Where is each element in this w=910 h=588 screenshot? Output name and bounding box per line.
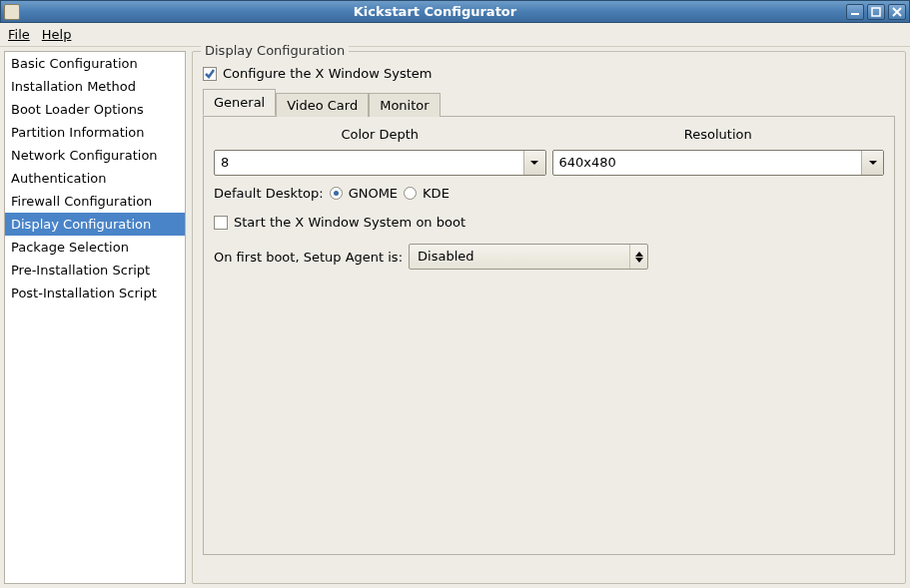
start-on-boot-checkbox[interactable] (214, 216, 228, 230)
tabbar: General Video Card Monitor (203, 89, 895, 116)
resolution-dropdown-button[interactable] (861, 151, 883, 175)
window-controls (846, 4, 906, 20)
color-depth-value: 8 (215, 151, 523, 175)
sidebar-item-installation-method[interactable]: Installation Method (5, 75, 185, 98)
notebook: General Video Card Monitor Color Depth R… (203, 89, 895, 555)
tab-monitor[interactable]: Monitor (369, 93, 440, 117)
setup-agent-row: On first boot, Setup Agent is: Disabled (214, 244, 884, 270)
configure-x-row: Configure the X Window System (203, 66, 895, 81)
frame-legend: Display Configuration (201, 43, 349, 58)
sidebar-item-network-configuration[interactable]: Network Configuration (5, 144, 185, 167)
sidebar-item-basic-configuration[interactable]: Basic Configuration (5, 52, 185, 75)
tabpane-general: Color Depth Resolution 8 640x480 (203, 116, 895, 555)
app-icon (4, 4, 20, 20)
minimize-button[interactable] (846, 4, 864, 20)
color-depth-header: Color Depth (214, 127, 546, 142)
setup-agent-value: Disabled (410, 245, 629, 269)
configure-x-checkbox[interactable] (203, 67, 217, 81)
color-depth-dropdown-button[interactable] (523, 151, 545, 175)
sidebar-item-display-configuration[interactable]: Display Configuration (5, 213, 185, 236)
radio-kde[interactable] (404, 187, 417, 200)
sidebar-item-package-selection[interactable]: Package Selection (5, 236, 185, 259)
sidebar-item-authentication[interactable]: Authentication (5, 167, 185, 190)
maximize-button[interactable] (867, 4, 885, 20)
sidebar-item-post-installation-script[interactable]: Post-Installation Script (5, 282, 185, 304)
setup-agent-stepper[interactable] (629, 245, 647, 269)
setup-agent-label: On first boot, Setup Agent is: (214, 250, 403, 265)
radio-gnome-label: GNOME (349, 186, 398, 201)
sidebar-item-pre-installation-script[interactable]: Pre-Installation Script (5, 259, 185, 282)
menu-help[interactable]: Help (42, 27, 72, 42)
default-desktop-row: Default Desktop: GNOME KDE (214, 186, 884, 201)
tab-video-card[interactable]: Video Card (276, 93, 369, 117)
configure-x-label: Configure the X Window System (223, 66, 433, 81)
resolution-value: 640x480 (553, 151, 862, 175)
default-desktop-label: Default Desktop: (214, 186, 324, 201)
sidebar-item-firewall-configuration[interactable]: Firewall Configuration (5, 190, 185, 213)
display-mode-grid: Color Depth Resolution 8 640x480 (214, 127, 884, 176)
menu-file[interactable]: File (8, 27, 30, 42)
window-title: Kickstart Configurator (24, 4, 846, 19)
sidebar-item-partition-information[interactable]: Partition Information (5, 121, 185, 144)
start-on-boot-row: Start the X Window System on boot (214, 215, 884, 230)
start-on-boot-label: Start the X Window System on boot (234, 215, 465, 230)
resolution-header: Resolution (552, 127, 885, 142)
setup-agent-select[interactable]: Disabled (409, 244, 648, 270)
svg-rect-0 (872, 8, 880, 16)
tab-general[interactable]: General (203, 89, 276, 116)
radio-kde-label: KDE (423, 186, 450, 201)
display-configuration-frame: Display Configuration Configure the X Wi… (192, 51, 906, 584)
menubar: File Help (0, 23, 910, 47)
titlebar: Kickstart Configurator (0, 0, 910, 23)
color-depth-combo[interactable]: 8 (214, 150, 546, 176)
radio-gnome[interactable] (330, 187, 343, 200)
sidebar-item-boot-loader-options[interactable]: Boot Loader Options (5, 98, 185, 121)
content-area: Display Configuration Configure the X Wi… (192, 51, 906, 584)
resolution-combo[interactable]: 640x480 (552, 150, 885, 176)
sidebar: Basic Configuration Installation Method … (4, 51, 186, 584)
client-area: Basic Configuration Installation Method … (0, 47, 910, 588)
close-button[interactable] (888, 4, 906, 20)
